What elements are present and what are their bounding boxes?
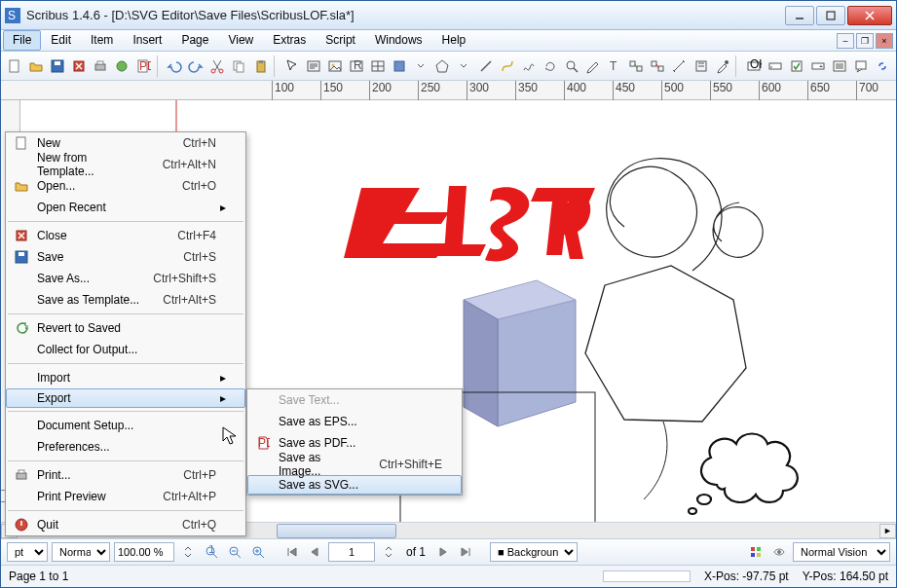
- file-print[interactable]: Print...Ctrl+P: [6, 464, 245, 486]
- svg-line-36: [574, 68, 578, 72]
- mdi-minimize-button[interactable]: –: [837, 33, 854, 49]
- mdi-restore-button[interactable]: ❐: [856, 33, 874, 49]
- zoom-stepper[interactable]: [178, 542, 198, 562]
- undo-icon[interactable]: [165, 55, 185, 77]
- export-save-eps[interactable]: Save as EPS...: [247, 411, 462, 432]
- vision-select[interactable]: Normal Vision: [793, 542, 890, 562]
- file-preferences[interactable]: Preferences...: [6, 436, 245, 458]
- svg-rect-11: [97, 61, 103, 64]
- rotate-icon[interactable]: [540, 55, 560, 77]
- first-page-icon[interactable]: [281, 542, 301, 562]
- caret-down-icon[interactable]: [454, 55, 474, 77]
- export-save-svg[interactable]: Save as SVG...: [247, 475, 462, 495]
- pdf-icon[interactable]: PDF: [133, 55, 154, 77]
- file-close[interactable]: CloseCtrl+F4: [6, 225, 245, 246]
- eyedropper-icon[interactable]: [712, 55, 732, 77]
- line-icon[interactable]: [475, 55, 496, 77]
- pdf-textfield-icon[interactable]: [765, 55, 785, 77]
- pdf-combobox-icon[interactable]: [807, 55, 828, 77]
- bezier-icon[interactable]: [497, 55, 517, 77]
- unlink-frames-icon[interactable]: [648, 55, 668, 77]
- menu-script[interactable]: Script: [316, 30, 365, 51]
- cut-icon[interactable]: [207, 55, 228, 77]
- file-print-preview[interactable]: Print PreviewCtrl+Alt+P: [6, 486, 245, 507]
- next-page-icon[interactable]: [433, 542, 453, 562]
- table-icon[interactable]: [367, 55, 388, 77]
- page-input[interactable]: [328, 542, 375, 562]
- freehand-icon[interactable]: [518, 55, 539, 77]
- link-frames-icon[interactable]: [626, 55, 647, 77]
- menu-page[interactable]: Page: [171, 30, 218, 51]
- file-import[interactable]: Import▸: [6, 367, 245, 388]
- measure-icon[interactable]: [669, 55, 690, 77]
- render-frame-icon[interactable]: R: [346, 55, 366, 77]
- minimize-button[interactable]: [785, 6, 814, 25]
- layer-select[interactable]: ■ Background: [490, 542, 578, 562]
- file-open[interactable]: Open...Ctrl+O: [6, 175, 245, 197]
- preflight-icon[interactable]: [112, 55, 132, 77]
- copy-icon[interactable]: [229, 55, 249, 77]
- zoom-input[interactable]: [114, 542, 174, 562]
- close-doc-icon[interactable]: [68, 55, 89, 77]
- image-frame-icon[interactable]: [324, 55, 345, 77]
- app-icon: S: [5, 8, 20, 23]
- menu-edit[interactable]: Edit: [41, 30, 81, 51]
- quality-select[interactable]: Normal: [52, 542, 110, 562]
- save-icon[interactable]: [47, 55, 67, 77]
- pdf-listbox-icon[interactable]: [830, 55, 850, 77]
- preview-mode-icon[interactable]: [769, 542, 789, 562]
- export-save-image[interactable]: Save as Image...Ctrl+Shift+E: [247, 454, 462, 475]
- menu-help[interactable]: Help: [432, 30, 476, 51]
- color-manage-icon[interactable]: [746, 542, 766, 562]
- copy-props-icon[interactable]: [691, 55, 711, 77]
- menu-insert[interactable]: Insert: [123, 30, 171, 51]
- file-collect[interactable]: Collect for Output...: [6, 339, 245, 360]
- zoom-to-page-icon[interactable]: 1: [202, 542, 221, 562]
- print-icon[interactable]: [90, 55, 110, 77]
- file-save-as[interactable]: Save As...Ctrl+Shift+S: [6, 268, 245, 289]
- zoom-out-icon[interactable]: [225, 542, 244, 562]
- scroll-thumb[interactable]: [277, 524, 397, 538]
- maximize-button[interactable]: [816, 6, 845, 25]
- edit-content-icon[interactable]: [583, 55, 604, 77]
- mdi-close-button[interactable]: ×: [876, 33, 893, 49]
- open-icon[interactable]: [25, 55, 46, 77]
- pdf-link-icon[interactable]: [873, 55, 893, 77]
- pdf-annotation-icon[interactable]: [851, 55, 872, 77]
- file-quit[interactable]: QuitCtrl+Q: [6, 514, 245, 535]
- menu-item[interactable]: Item: [81, 30, 123, 51]
- page-stepper[interactable]: [379, 542, 398, 562]
- pdf-button-icon[interactable]: OK: [743, 55, 764, 77]
- svg-rect-39: [637, 66, 642, 71]
- file-export[interactable]: Export▸: [6, 388, 245, 408]
- unit-select[interactable]: pt: [7, 542, 48, 562]
- shape-icon[interactable]: [390, 55, 410, 77]
- file-doc-setup[interactable]: Document Setup...: [6, 415, 245, 436]
- file-revert[interactable]: Revert to Saved: [6, 317, 245, 339]
- new-icon[interactable]: [4, 55, 24, 77]
- select-icon[interactable]: [281, 55, 302, 77]
- last-page-icon[interactable]: [457, 542, 476, 562]
- file-save[interactable]: SaveCtrl+S: [6, 246, 245, 268]
- window-close-button[interactable]: [847, 6, 892, 25]
- prev-page-icon[interactable]: [305, 542, 324, 562]
- redo-icon[interactable]: [186, 55, 206, 77]
- text-frame-icon[interactable]: [303, 55, 323, 77]
- file-save-template[interactable]: Save as Template...Ctrl+Alt+S: [6, 289, 245, 311]
- svg-text:R: R: [354, 58, 362, 72]
- menu-extras[interactable]: Extras: [263, 30, 316, 51]
- menu-windows[interactable]: Windows: [365, 30, 432, 51]
- menu-view[interactable]: View: [218, 30, 263, 51]
- zoom-in-icon[interactable]: [248, 542, 268, 562]
- menu-file[interactable]: File: [3, 30, 41, 51]
- svg-text:1: 1: [208, 545, 215, 556]
- pdf-checkbox-icon[interactable]: [786, 55, 806, 77]
- zoom-icon[interactable]: [561, 55, 581, 77]
- file-open-recent[interactable]: Open Recent▸: [6, 197, 245, 218]
- edit-text-icon[interactable]: T: [605, 55, 625, 77]
- paste-icon[interactable]: [250, 55, 271, 77]
- file-new-template[interactable]: New from Template...Ctrl+Alt+N: [6, 154, 245, 175]
- caret-down-icon[interactable]: [411, 55, 431, 77]
- polygon-icon[interactable]: [432, 55, 453, 77]
- scroll-right-button[interactable]: ►: [879, 524, 896, 538]
